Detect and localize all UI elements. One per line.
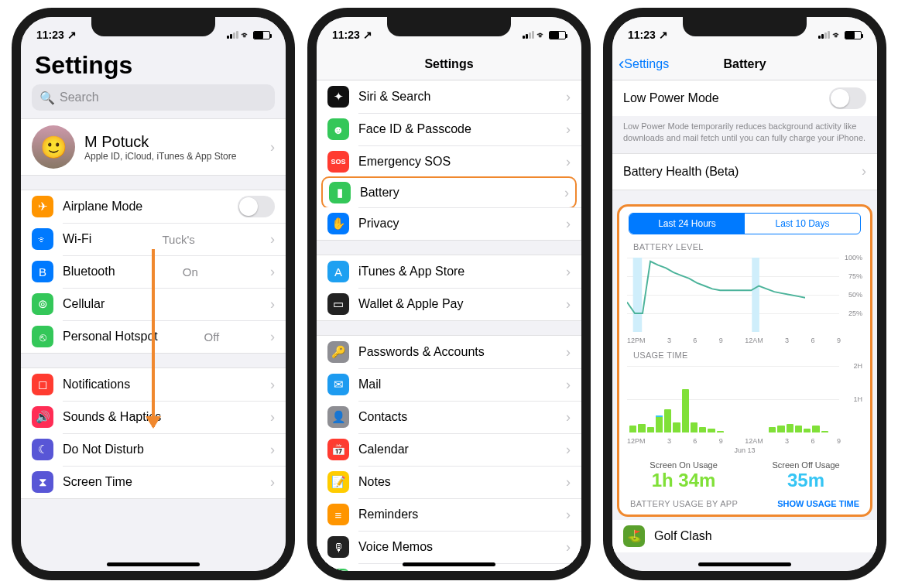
phone-settings-scrolled: 11:23 ↗ ᯤ Settings ✦Siri & Search›☻Face … xyxy=(307,8,591,580)
row-label: Face ID & Passcode xyxy=(358,122,471,136)
chevron-right-icon: › xyxy=(566,474,571,491)
row-label: Reminders xyxy=(358,508,418,521)
home-indicator[interactable] xyxy=(698,562,791,566)
row-icon: A xyxy=(327,261,349,282)
row-label: Bluetooth xyxy=(63,265,115,279)
row-icon: B xyxy=(32,261,53,282)
screen-off-label: Screen Off Usage xyxy=(772,460,839,470)
avatar: 🙂 xyxy=(32,125,75,169)
row-label: Wallet & Apple Pay xyxy=(358,297,463,311)
settings-row[interactable]: ☻Face ID & Passcode› xyxy=(317,113,581,145)
back-button[interactable]: ‹ Settings xyxy=(619,54,669,74)
search-icon: 🔍 xyxy=(39,91,55,105)
row-label: Notes xyxy=(358,475,391,489)
chevron-left-icon: ‹ xyxy=(619,54,624,74)
location-icon: ↗ xyxy=(67,29,77,41)
screen-on-label: Screen On Usage xyxy=(650,460,717,470)
settings-row[interactable]: 👤Contacts› xyxy=(317,401,581,433)
seg-last-24h[interactable]: Last 24 Hours xyxy=(629,214,745,234)
settings-row[interactable]: ✦Siri & Search› xyxy=(317,80,581,113)
settings-row[interactable]: ✋Privacy› xyxy=(317,207,581,240)
xticks: 12PM36912AM369 xyxy=(622,437,867,445)
usage-summary: Screen On Usage 1h 34m Screen Off Usage … xyxy=(622,454,867,499)
chevron-right-icon: › xyxy=(564,185,569,201)
lpm-label: Low Power Mode xyxy=(623,91,719,105)
status-time: 11:23 xyxy=(628,29,656,41)
settings-row[interactable]: 📅Calendar› xyxy=(317,433,581,466)
usage-time-head: USAGE TIME xyxy=(622,344,867,363)
row-label: Contacts xyxy=(358,410,407,424)
battery-health-row[interactable]: Battery Health (Beta) › xyxy=(612,154,877,190)
search-input[interactable]: 🔍 Search xyxy=(32,84,275,111)
seg-last-10d[interactable]: Last 10 Days xyxy=(745,214,860,234)
settings-row[interactable]: ☾Do Not Disturb› xyxy=(21,433,286,466)
navbar-title: Battery xyxy=(723,57,766,71)
row-icon: ⊚ xyxy=(32,293,53,315)
ytick: 50% xyxy=(848,291,862,299)
screen-off-value: 35m xyxy=(772,470,839,491)
settings-row[interactable]: 🔑Passwords & Accounts› xyxy=(317,336,581,368)
settings-row[interactable]: 📝Notes› xyxy=(317,466,581,498)
time-range-segmented[interactable]: Last 24 Hours Last 10 Days xyxy=(629,213,861,234)
settings-row[interactable]: ▮Battery› xyxy=(321,176,577,209)
chevron-right-icon: › xyxy=(566,507,571,523)
usage-bar xyxy=(656,415,663,432)
settings-row[interactable]: ▭Wallet & Apple Pay› xyxy=(317,288,581,320)
settings-row[interactable]: ⧗Screen Time› xyxy=(21,466,286,498)
settings-row[interactable]: ✈Airplane Mode xyxy=(21,190,286,223)
row-label: Siri & Search xyxy=(358,90,430,104)
usage-bar xyxy=(682,389,689,432)
settings-row[interactable]: AiTunes & App Store› xyxy=(317,255,581,288)
navbar: ‹ Settings Battery xyxy=(612,48,877,80)
app-usage-row[interactable]: ⛳ Golf Clash xyxy=(612,520,877,552)
row-icon: 🎙 xyxy=(327,536,349,558)
row-value: Off xyxy=(204,330,220,344)
home-indicator[interactable] xyxy=(107,562,200,566)
apple-id-row[interactable]: 🙂 M Potuck Apple ID, iCloud, iTunes & Ap… xyxy=(21,119,286,175)
settings-row[interactable]: 🎙Voice Memos› xyxy=(317,531,581,563)
chevron-right-icon: › xyxy=(566,539,571,556)
settings-row[interactable]: SOSEmergency SOS› xyxy=(317,145,581,178)
usage-bar xyxy=(769,427,776,432)
row-icon: ⧗ xyxy=(32,471,53,493)
usage-bar xyxy=(647,427,654,432)
battery-health-label: Battery Health (Beta) xyxy=(623,165,739,179)
row-label: Passwords & Accounts xyxy=(358,345,485,359)
usage-bar xyxy=(777,426,784,432)
location-icon: ↗ xyxy=(659,29,668,41)
profile-name: M Potuck xyxy=(84,133,236,151)
row-icon: ✉ xyxy=(327,374,349,395)
show-usage-time-button[interactable]: SHOW USAGE TIME xyxy=(777,499,859,508)
settings-row[interactable]: ✉Mail› xyxy=(317,368,581,401)
chevron-right-icon: › xyxy=(862,163,866,179)
row-label: Cellular xyxy=(63,297,105,311)
usage-bar xyxy=(804,429,811,432)
app-icon: ⛳ xyxy=(623,525,645,547)
chevron-right-icon: › xyxy=(270,329,275,345)
settings-row[interactable]: ≡Reminders› xyxy=(317,498,581,531)
row-value: On xyxy=(183,265,198,279)
lpm-toggle[interactable] xyxy=(829,87,866,109)
svg-rect-0 xyxy=(633,258,643,332)
wifi-icon: ᯤ xyxy=(832,29,842,41)
usage-bar xyxy=(795,426,802,432)
location-icon: ↗ xyxy=(363,29,372,41)
lpm-note: Low Power Mode temporarily reduces backg… xyxy=(612,116,877,153)
profile-sub: Apple ID, iCloud, iTunes & App Store xyxy=(84,151,236,162)
row-label: Voice Memos xyxy=(358,540,433,554)
chevron-right-icon: › xyxy=(566,442,571,458)
row-icon: ≡ xyxy=(327,504,349,525)
toggle[interactable] xyxy=(238,196,275,217)
status-time: 11:23 xyxy=(332,29,360,41)
usage-bar xyxy=(638,424,645,432)
battery-icon xyxy=(549,31,566,39)
home-indicator[interactable] xyxy=(403,562,495,566)
chevron-right-icon: › xyxy=(566,216,571,232)
xticks: 12PM36912AM369 xyxy=(622,337,867,344)
row-icon: ⎋ xyxy=(32,326,53,347)
row-label: Wi-Fi xyxy=(63,232,91,246)
back-label: Settings xyxy=(624,57,669,71)
chevron-right-icon: › xyxy=(566,344,571,361)
chevron-right-icon: › xyxy=(270,264,275,280)
chevron-right-icon: › xyxy=(270,231,275,248)
